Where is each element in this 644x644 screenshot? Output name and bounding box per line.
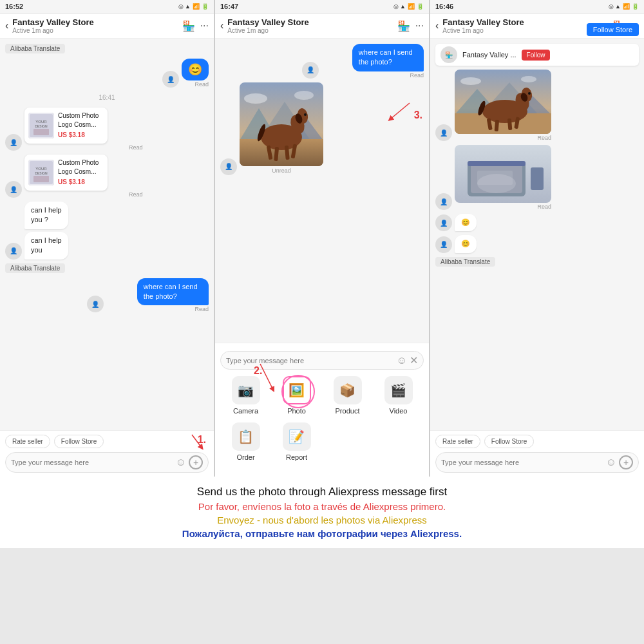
svg-point-27 [294, 91, 314, 100]
chat-body-left: Alibaba Translate 😊 Read 👤 16:41 👤 [0, 39, 214, 430]
follow-store-btn-right[interactable]: Follow Store [484, 435, 535, 448]
avatar-right-3: 👤 [435, 214, 452, 231]
store-name-right: Fantasy Valley Store [442, 17, 608, 27]
product-price-1: US $3.18 [58, 131, 104, 140]
rate-seller-btn-right[interactable]: Rate seller [435, 435, 480, 448]
msg-row-middle-sent: where can I send the photo? Read 👤 [220, 44, 424, 79]
video-grid-item[interactable]: 🎬 Video [383, 376, 415, 415]
read-label-2: Read [24, 144, 143, 151]
message-input-right[interactable] [441, 459, 603, 466]
emoji-icon-right[interactable]: ☺ [606, 457, 616, 468]
follow-btn[interactable]: Follow [522, 50, 551, 61]
panels-row: 16:52 ◎ ▲ 📶 🔋 ‹ Fantasy Valley Store Act… [0, 0, 644, 477]
rate-seller-btn-left[interactable]: Rate seller [5, 435, 50, 448]
product-card-1: YOUR DESIGN Custom Photo Logo Cosm... US… [24, 108, 108, 144]
bag-image [455, 145, 551, 203]
msg-row-product-1: 👤 YOUR DESIGN [5, 108, 209, 151]
svg-point-25 [304, 113, 307, 116]
read-label-4: Read [194, 306, 209, 312]
avatar-left-4: 👤 [5, 243, 22, 260]
active-status-left: Active 1m ago [12, 27, 178, 34]
header-icons-middle: 🏪 ··· [397, 20, 424, 32]
translate-badge-right: Alibaba Translate [435, 257, 495, 267]
product-card-2: YOUR DESIGN Custom Photo Logo Cosm... US… [24, 155, 108, 191]
product-info-2: Custom Photo Logo Cosm... US $3.18 [58, 158, 104, 187]
emoji-icon-left[interactable]: ☺ [176, 457, 186, 468]
avatar-right-2: 👤 [435, 193, 452, 210]
svg-text:YOUR: YOUR [35, 167, 47, 171]
avatar-right-1: 👤 [435, 124, 452, 141]
report-icon: 📝 [283, 422, 311, 451]
product-price-2: US $3.18 [58, 178, 104, 187]
time-label-1: 16:41 [5, 94, 209, 101]
input-row-left: ☺ + [5, 452, 209, 473]
annotation-2: 2. [254, 365, 262, 377]
msg-row-product-2: 👤 YOUR DESIGN [5, 155, 209, 198]
status-icons-left: ◎ ▲ 📶 🔋 [178, 3, 209, 10]
emoji-icon-middle[interactable]: ☺ [397, 355, 407, 366]
store-icon-left[interactable]: 🏪 [182, 20, 195, 32]
header-icons-left: 🏪 ··· [182, 20, 209, 32]
product-icon: 📦 [334, 376, 362, 404]
svg-text:YOUR: YOUR [35, 120, 47, 124]
store-icon-middle[interactable]: 🏪 [397, 20, 410, 32]
photo-highlight-ring [281, 375, 315, 408]
header-info-middle: Fantasy Valley Store Active 1m ago [227, 17, 393, 34]
report-label: Report [286, 453, 307, 461]
product-grid-item[interactable]: 📦 Product [332, 376, 364, 415]
back-button-right[interactable]: ‹ [435, 20, 439, 32]
camera-grid-item[interactable]: 📷 Camera [230, 376, 262, 415]
text-line-russian: Пожалуйста, отправьте нам фотографии чер… [13, 528, 631, 539]
active-status-middle: Active 1m ago [227, 27, 393, 34]
sent-bubble-1: where can I send the photo? [137, 278, 209, 306]
sent-bubble-middle: where can I send the photo? [352, 44, 424, 71]
read-label-3: Read [24, 191, 143, 198]
status-icons-middle: ◎ ▲ 📶 🔋 [393, 3, 424, 10]
camera-label: Camera [233, 407, 258, 415]
product-label: Product [336, 407, 360, 415]
plus-icon-left[interactable]: + [189, 455, 203, 469]
msg-row-horse-right: 👤 [435, 70, 639, 141]
store-name-middle: Fantasy Valley Store [227, 17, 393, 27]
product-thumb-2: YOUR DESIGN [28, 160, 54, 185]
input-area-left: Rate seller Follow Store ☺ + [0, 430, 214, 477]
svg-point-46 [521, 76, 536, 82]
read-label-1: Read [194, 81, 209, 88]
follow-store-top-btn[interactable]: Follow Store [587, 23, 639, 36]
more-icon-left[interactable]: ··· [200, 20, 209, 32]
text-line-spanish: Por favor, envíenos la foto a través de … [13, 501, 631, 512]
close-icon-middle[interactable]: ✕ [410, 354, 418, 366]
back-button-middle[interactable]: ‹ [220, 20, 223, 32]
plus-icon-right[interactable]: + [619, 455, 633, 469]
avatar-middle-2: 👤 [220, 158, 237, 175]
video-label: Video [390, 407, 408, 415]
product-thumb-1: YOUR DESIGN [28, 113, 54, 138]
follow-row: 🏪 Fantasy Valley ... Follow [435, 44, 639, 66]
status-bar-middle: 16:47 ◎ ▲ 📶 🔋 [215, 0, 429, 14]
order-icon: 📋 [232, 422, 260, 451]
time-left: 16:52 [5, 3, 23, 10]
video-icon: 🎬 [384, 376, 413, 404]
more-icon-middle[interactable]: ··· [415, 20, 424, 32]
status-icons-right: ◎ ▲ 📶 🔋 [609, 3, 639, 10]
header-info-left: Fantasy Valley Store Active 1m ago [12, 17, 178, 34]
message-input-middle[interactable] [226, 357, 394, 365]
order-grid-item[interactable]: 📋 Order [230, 422, 262, 461]
product-info-1: Custom Photo Logo Cosm... US $3.18 [58, 111, 104, 140]
msg-row-emoji-right-2: 👤 😊 [435, 235, 639, 252]
message-input-left[interactable] [11, 459, 173, 466]
emoji-bubble-1: 😊 [455, 214, 477, 231]
panel-middle: 16:47 ◎ ▲ 📶 🔋 ‹ Fantasy Valley Store Act… [215, 0, 429, 477]
msg-row-sent-1: where can I send the photo? Read 👤 [5, 278, 209, 313]
photo-grid-item[interactable]: 🖼️ Photo [281, 376, 313, 415]
back-button-left[interactable]: ‹ [5, 20, 8, 32]
follow-store-btn-left[interactable]: Follow Store [54, 435, 104, 448]
report-grid-item[interactable]: 📝 Report [281, 422, 313, 461]
svg-text:DESIGN: DESIGN [35, 171, 48, 175]
input-row-right: ☺ + [435, 452, 639, 473]
avatar-right-follow: 🏪 [440, 46, 457, 63]
grid-row-1: 📷 Camera 🖼️ Photo 📦 Product [220, 376, 424, 415]
chat-header-left: ‹ Fantasy Valley Store Active 1m ago 🏪 ·… [0, 14, 214, 39]
action-buttons-left: Rate seller Follow Store [5, 435, 209, 448]
svg-point-26 [244, 93, 267, 104]
